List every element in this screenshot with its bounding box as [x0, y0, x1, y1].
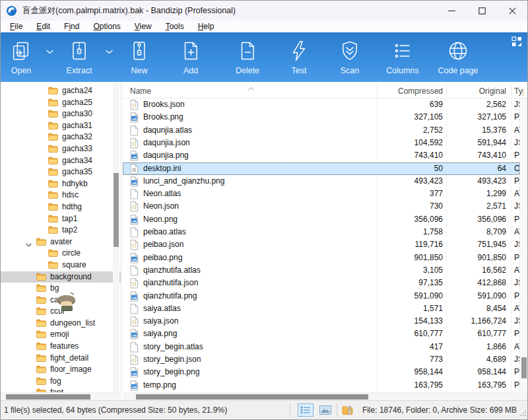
file-row-Neon.png[interactable]: Neon.png356,096356,096PNG File: [123, 213, 519, 226]
sidebar-vertical-scrollbar-thumb[interactable]: [114, 173, 119, 247]
sidebar-item-ccui[interactable]: ccui: [1, 306, 121, 318]
archive-folder-icon[interactable]: [341, 403, 354, 417]
menu-tools[interactable]: Tools: [161, 21, 189, 32]
file-row-Neon.atlas[interactable]: Neon.atlas3771,299ATLAS File: [123, 188, 519, 200]
file-row-Neon.json[interactable]: {}Neon.json7302,571JSON File: [123, 200, 519, 213]
file-row-daqunjia.png[interactable]: daqunjia.png743,410743,410PNG File: [123, 149, 519, 162]
file-type: ATLAS File: [514, 341, 519, 353]
sidebar-item-circle[interactable]: circle: [1, 248, 121, 260]
file-row-story_begin.png[interactable]: story_begin.png958,144958,144PNG File: [123, 366, 519, 378]
menu-options[interactable]: Options: [88, 21, 125, 32]
sidebar-item-features[interactable]: features: [1, 341, 121, 353]
sidebar-item-gacha34[interactable]: gacha34: [1, 155, 121, 167]
thumbnail-view-button[interactable]: [317, 403, 333, 417]
column-divider[interactable]: [446, 85, 447, 95]
details-view-button[interactable]: [298, 403, 314, 417]
sidebar-item-gacha24[interactable]: gacha24: [1, 85, 121, 97]
menu-bar: FileEditFindOptionsViewToolsHelp: [1, 20, 527, 32]
toolbar-add-button[interactable]: Add: [160, 36, 221, 79]
sidebar-item-background[interactable]: background: [1, 271, 121, 283]
minimize-button[interactable]: [436, 1, 467, 20]
sidebar-item-dungeon_list[interactable]: dungeon_list: [1, 318, 121, 330]
file-row-peibao.json[interactable]: {}peibao.json119,716751,945JSON File: [123, 238, 519, 251]
file-type: JSON File: [514, 200, 519, 213]
sidebar-item-hdsc[interactable]: hdsc: [1, 190, 121, 201]
toolbar-delete-label: Delete: [236, 66, 259, 75]
file-row-saiya.png[interactable]: saiya.png610,777610,777PNG File: [123, 328, 519, 340]
sidebar-item-square[interactable]: square: [1, 260, 121, 271]
sidebar-item-gacha33[interactable]: gacha33: [1, 143, 121, 155]
folder-icon: [48, 98, 58, 106]
file-row-daqunjia.json[interactable]: {}daqunjia.json104,592591,944JSON File: [123, 137, 519, 149]
column-header-name[interactable]: Name: [130, 87, 151, 96]
sidebar-item-gacha31[interactable]: gacha31: [1, 120, 121, 132]
toolbar-codepage-button[interactable]: Code page: [430, 36, 486, 79]
sidebar-item-avater[interactable]: avater: [1, 236, 121, 248]
png-file-icon: [130, 291, 139, 304]
sidebar-item-hdhykb[interactable]: hdhykb: [1, 178, 121, 190]
sidebar-item-tap1[interactable]: tap1: [1, 213, 121, 225]
sidebar-horizontal-scrollbar-thumb[interactable]: [6, 394, 90, 400]
sidebar-item-fog[interactable]: fog: [1, 376, 121, 388]
column-header-original[interactable]: Original: [414, 87, 506, 96]
folder-label: emoji: [50, 330, 69, 339]
list-vertical-scrollbar[interactable]: [519, 98, 527, 392]
list-vertical-scrollbar-thumb[interactable]: [521, 357, 527, 378]
sidebar-item-bg[interactable]: bg: [1, 283, 121, 295]
file-row-saiya.json[interactable]: {}saiya.json154,1331,166,724JSON File: [123, 315, 519, 328]
list-horizontal-scrollbar[interactable]: [123, 392, 519, 400]
file-type: PNG File: [514, 379, 519, 392]
sidebar-item-tap2[interactable]: tap2: [1, 225, 121, 236]
file-row-temp.png[interactable]: temp.png163,795163,795PNG File: [123, 379, 519, 392]
sidebar-item-floor_image[interactable]: floor_image: [1, 364, 121, 376]
toolbar-new-button[interactable]: New: [118, 36, 160, 79]
sidebar-item-fight_detail[interactable]: fight_detail: [1, 353, 121, 365]
file-row-qianzhutifa.png[interactable]: qianzhutifa.png591,090591,090PNG File: [123, 290, 519, 302]
file-row-lunci_and_qianzhu.png[interactable]: lunci_and_qianzhu.png493,423493,423PNG F…: [123, 175, 519, 188]
toolbar-scan-button[interactable]: Scan: [324, 36, 376, 79]
file-row-story_begin.atlas[interactable]: story_begin.atlas4171,866ATLAS File: [123, 341, 519, 353]
toolbar-layout-grid-icon[interactable]: [512, 36, 522, 47]
sidebar-item-emoji[interactable]: emoji: [1, 329, 121, 341]
column-divider[interactable]: [511, 85, 512, 95]
menu-help[interactable]: Help: [193, 21, 219, 32]
sidebar-item-gacha35[interactable]: gacha35: [1, 166, 121, 178]
file-row-peibao.png[interactable]: peibao.png901,850901,850PNG File: [123, 252, 519, 264]
sidebar-item-card[interactable]: card: [1, 295, 121, 306]
file-type: JSON File: [514, 98, 519, 111]
file-row-story_begin.json[interactable]: {}story_begin.json7734,689JSON File: [123, 353, 519, 366]
file-row-Brooks.json[interactable]: {}Brooks.json6392,562JSON File: [123, 98, 519, 111]
toolbar-open-dropdown-button[interactable]: [40, 36, 59, 65]
close-button[interactable]: [497, 1, 527, 20]
toolbar-open-button[interactable]: Open: [2, 36, 40, 79]
toolbar-extract-dropdown-button[interactable]: [100, 36, 118, 65]
sidebar-item-font[interactable]: font: [1, 387, 121, 392]
resize-grip[interactable]: [519, 409, 527, 419]
sidebar-item-gacha30[interactable]: gacha30: [1, 108, 121, 120]
column-header-type[interactable]: Type: [514, 87, 523, 96]
sidebar-item-gacha25[interactable]: gacha25: [1, 97, 121, 109]
toolbar-columns-button[interactable]: Columns: [376, 36, 430, 79]
toolbar-extract-button[interactable]: Extract: [59, 36, 100, 79]
file-row-desktop.ini[interactable]: desktop.ini5064Configuration settings: [123, 162, 519, 175]
file-row-qianzhutifa.json[interactable]: {}qianzhutifa.json97,135412,868JSON File: [123, 277, 519, 289]
file-row-Brooks.png[interactable]: Brooks.png327,105327,105PNG File: [123, 111, 519, 123]
list-horizontal-scrollbar-thumb[interactable]: [136, 394, 368, 400]
sidebar-vertical-scrollbar[interactable]: [113, 82, 119, 392]
sidebar-horizontal-scrollbar[interactable]: [1, 392, 121, 400]
file-row-saiya.atlas[interactable]: saiya.atlas1,5718,454ATLAS File: [123, 302, 519, 315]
file-row-peibao.atlas[interactable]: peibao.atlas1,7588,709ATLAS File: [123, 226, 519, 238]
sidebar-item-hdthg[interactable]: hdthg: [1, 201, 121, 213]
file-row-qianzhutifa.atlas[interactable]: qianzhutifa.atlas3,10516,562ATLAS File: [123, 264, 519, 277]
file-row-daqunjia.atlas[interactable]: daqunjia.atlas2,75215,376ATLAS File: [123, 124, 519, 137]
sidebar-item-gacha32[interactable]: gacha32: [1, 131, 121, 143]
menu-edit[interactable]: Edit: [32, 21, 55, 32]
maximize-button[interactable]: [467, 1, 497, 20]
menu-file[interactable]: File: [5, 21, 27, 32]
toolbar-test-button[interactable]: Test: [274, 36, 324, 79]
column-divider[interactable]: [377, 85, 378, 95]
menu-view[interactable]: View: [130, 21, 156, 32]
menu-find[interactable]: Find: [59, 21, 84, 32]
toolbar-delete-button[interactable]: Delete: [221, 36, 274, 79]
scan-icon: [339, 36, 361, 65]
